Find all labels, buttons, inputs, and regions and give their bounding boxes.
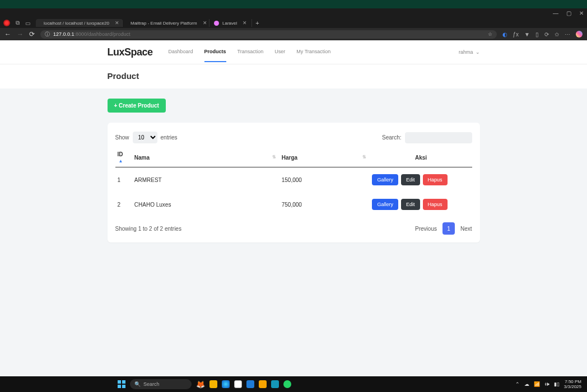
nav-dashboard[interactable]: Dashboard (169, 42, 193, 62)
logo[interactable]: LuxSpace (108, 46, 153, 58)
taskbar-app-whatsapp[interactable] (283, 380, 291, 388)
copilot-icon[interactable]: ◐ (502, 31, 507, 38)
delete-button[interactable]: Hapus (423, 199, 448, 210)
cell-id: 2 (115, 192, 132, 217)
pagination: Previous 1 Next (415, 222, 472, 235)
taskbar-app-4[interactable] (259, 380, 267, 388)
favicon-3 (214, 21, 219, 26)
tab-2-label: Mailtrap - Email Delivery Platform (131, 21, 197, 26)
search-icon: 🔍 (134, 381, 141, 387)
show-label-post: entries (161, 134, 178, 141)
search-input[interactable] (405, 132, 472, 143)
workspace-icon[interactable]: ⧉ (16, 20, 20, 26)
tray-wifi-icon[interactable]: 📶 (534, 381, 540, 387)
table-row: 1 ARMREST 150,000 Gallery Edit Hapus (115, 167, 472, 193)
nav-user[interactable]: User (274, 42, 285, 62)
search-label: Search: (382, 134, 401, 141)
sort-icon: ⇅ (272, 155, 276, 160)
taskbar-search-placeholder: Search (143, 381, 160, 387)
pagination-next[interactable]: Next (460, 226, 472, 232)
column-header-nama[interactable]: Nama ⇅ (132, 148, 279, 167)
user-name: rahma (459, 49, 473, 55)
cell-harga: 150,000 (279, 167, 370, 193)
taskbar-app-explorer[interactable] (209, 380, 217, 388)
gallery-button[interactable]: Gallery (372, 174, 398, 185)
clock-date: 3/3/2025 (564, 384, 581, 389)
address-path: :8000/dashboard/product (74, 31, 131, 37)
top-nav: LuxSpace Dashboard Products Transaction … (0, 40, 587, 64)
win-minimize-button[interactable]: — (553, 10, 558, 16)
gallery-button[interactable]: Gallery (372, 199, 398, 210)
site-info-icon[interactable]: ⓘ (45, 31, 50, 38)
pagination-prev[interactable]: Previous (415, 226, 437, 232)
tray-volume-icon[interactable]: 🕪 (544, 381, 549, 387)
nav-my-transaction[interactable]: My Transaction (296, 42, 330, 62)
new-tab-button[interactable]: + (255, 20, 259, 26)
win-close-button[interactable]: ✕ (579, 10, 584, 16)
sort-icon: ⇅ (362, 155, 366, 160)
extension-refresh-icon[interactable]: ⟳ (544, 31, 549, 38)
cell-id: 1 (115, 167, 132, 193)
cell-nama: CHAHO Luxes (132, 192, 279, 217)
extension-mobile-icon[interactable]: ▯ (535, 31, 539, 38)
clock-time: 7:50 PM (564, 379, 581, 384)
extension-vite-icon[interactable]: ▼ (524, 31, 530, 38)
profile-avatar[interactable] (576, 31, 583, 38)
sort-asc-icon: ▲ (119, 158, 123, 164)
favorites-icon[interactable]: ✩ (555, 31, 559, 38)
address-bar[interactable]: ⓘ 127.0.0.1:8000/dashboard/product ☆ (40, 30, 497, 39)
tab-3-label: Laravel (222, 21, 237, 26)
delete-button[interactable]: Hapus (423, 174, 448, 185)
browser-app-icon (3, 20, 10, 26)
tab-2-close-icon[interactable]: ✕ (203, 20, 207, 26)
table-info: Showing 1 to 2 of 2 entries (115, 226, 181, 232)
back-button[interactable]: ← (4, 30, 11, 38)
address-host: 127.0.0.1 (53, 31, 74, 37)
tray-cloud-icon[interactable]: ☁ (524, 381, 529, 387)
tray-chevron-icon[interactable]: ⌃ (515, 381, 520, 387)
show-label-pre: Show (115, 134, 129, 141)
pagination-page-1[interactable]: 1 (442, 222, 455, 235)
taskbar-app-5[interactable] (271, 380, 279, 388)
entries-select[interactable]: 10 (133, 132, 157, 143)
taskbar-clock[interactable]: 7:50 PM 3/3/2025 (564, 379, 581, 389)
chevron-down-icon: ⌄ (476, 49, 480, 55)
products-table: ID ▲ Nama ⇅ Harga ⇅ Aksi (115, 148, 472, 217)
user-menu[interactable]: rahma ⌄ (459, 49, 480, 55)
windows-taskbar: 🔍 Search 🦊 ⌃ ☁ 📶 🕪 ▮▯ 7:50 PM 3/3/2025 (0, 376, 587, 392)
bookmark-star-icon[interactable]: ☆ (488, 31, 492, 37)
browser-tab-3[interactable]: Laravel ✕ (209, 19, 252, 27)
tab-1-close-icon[interactable]: ✕ (115, 20, 119, 26)
tab-1-label: localhost / localhost / luxspace20 (44, 21, 109, 26)
edit-button[interactable]: Edit (401, 199, 420, 210)
nav-transaction[interactable]: Transaction (237, 42, 264, 62)
column-header-aksi: Aksi (370, 148, 472, 167)
win-maximize-button[interactable]: ▢ (566, 10, 571, 16)
tray-battery-icon[interactable]: ▮▯ (554, 381, 560, 387)
page-title: Product (108, 71, 480, 81)
column-header-harga[interactable]: Harga ⇅ (279, 148, 370, 167)
tab-3-close-icon[interactable]: ✕ (243, 20, 247, 26)
taskbar-search[interactable]: 🔍 Search (130, 379, 192, 389)
nav-products[interactable]: Products (204, 42, 226, 62)
task-view-button[interactable]: 🦊 (196, 380, 205, 389)
cell-nama: ARMREST (132, 167, 279, 193)
create-product-button[interactable]: + Create Product (108, 99, 166, 113)
product-table-card: Show 10 entries Search: ID ▲ (108, 123, 480, 242)
browser-tab-1[interactable]: localhost / localhost / luxspace20 ✕ (36, 19, 123, 27)
browser-tab-2[interactable]: Mailtrap - Email Delivery Platform ✕ (123, 19, 209, 27)
forward-button: → (17, 30, 24, 38)
edit-button[interactable]: Edit (401, 174, 420, 185)
start-button[interactable] (118, 380, 125, 388)
table-row: 2 CHAHO Luxes 750,000 Gallery Edit Hapus (115, 192, 472, 217)
extension-fx-icon[interactable]: ƒx (513, 31, 519, 38)
library-icon[interactable]: ▭ (25, 20, 30, 26)
cell-harga: 750,000 (279, 192, 370, 217)
browser-menu-icon[interactable]: ⋯ (565, 31, 570, 38)
taskbar-app-vscode[interactable] (246, 380, 254, 388)
reload-button[interactable]: ⟳ (29, 30, 35, 38)
taskbar-app-store[interactable] (234, 380, 242, 388)
column-header-id[interactable]: ID ▲ (115, 148, 132, 167)
taskbar-app-edge[interactable] (222, 380, 230, 388)
